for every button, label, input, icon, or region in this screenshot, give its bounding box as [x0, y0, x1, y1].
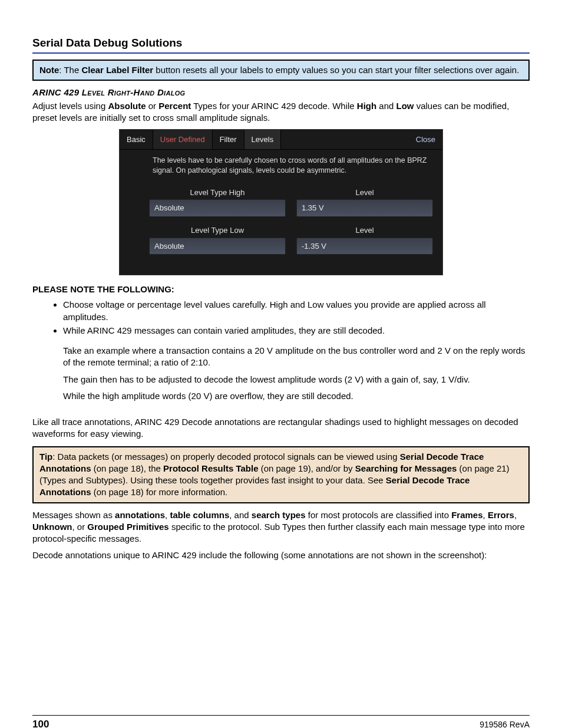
page-number: 100 [32, 718, 49, 728]
p2-text: , [514, 510, 517, 520]
body-paragraph: Decode annotations unique to ARINC 429 i… [32, 549, 530, 561]
p2-text: for most protocols are classified into [306, 510, 452, 520]
tip-text: (on page 18) for more information. [91, 487, 228, 497]
note-text-2: button resets all your labels to empty v… [153, 65, 519, 75]
adjust-bold: Absolute [108, 101, 146, 111]
note-list: Choose voltage or percentage level value… [63, 299, 530, 337]
note-prefix: Note [39, 65, 59, 75]
section-subhead: ARINC 429 Level Right-Hand Dialog [32, 87, 530, 98]
level-type-high-label: Level Type High [149, 187, 286, 198]
levels-dialog: Basic User Defined Filter Levels Close T… [119, 129, 443, 275]
tip-prefix: Tip [39, 452, 52, 462]
dialog-description: The levels have to be carefully chosen t… [149, 156, 433, 176]
note-text-1: : The [59, 65, 81, 75]
high-row: Level Type High Absolute Level 1.35 V [149, 187, 433, 217]
tab-filter[interactable]: Filter [213, 130, 244, 150]
level-type-low-label: Level Type Low [149, 225, 286, 236]
p2-bold: Unknown [32, 522, 72, 532]
tab-levels[interactable]: Levels [244, 130, 282, 150]
p2-bold: search types [252, 510, 306, 520]
list-item: While ARINC 429 messages can contain var… [63, 325, 530, 337]
level-low-input[interactable]: -1.35 V [296, 238, 433, 255]
list-item: Choose voltage or percentage level value… [63, 299, 530, 323]
level-low-label: Level [296, 225, 433, 236]
tip-bold: Searching for Messages [355, 463, 457, 473]
please-note-colon: : [171, 284, 174, 294]
low-row: Level Type Low Absolute Level -1.35 V [149, 225, 433, 255]
adjust-text: or [146, 101, 159, 111]
p2-bold: Frames [451, 510, 482, 520]
adjust-bold: High [357, 101, 376, 111]
note-bold-1: Clear Label Filter [81, 65, 153, 75]
adjust-paragraph: Adjust levels using Absolute or Percent … [32, 100, 530, 124]
close-button[interactable]: Close [409, 130, 442, 150]
adjust-text: Types for your ARINC 429 decode. While [191, 101, 357, 111]
page-footer: 100 919586 RevA [32, 715, 530, 728]
revision-label: 919586 RevA [480, 719, 530, 728]
tab-basic[interactable]: Basic [120, 130, 153, 150]
adjust-text: Adjust levels using [32, 101, 108, 111]
note-subparagraph: While the high amplitude words (20 V) ar… [63, 390, 530, 402]
p2-text: , or [72, 522, 88, 532]
tip-text: (on page 19), and/or by [259, 463, 355, 473]
tip-text: (on page 18), the [91, 463, 164, 473]
tip-box: Tip: Data packets (or messages) on prope… [32, 446, 530, 503]
p2-text: , [483, 510, 488, 520]
adjust-bold: Low [396, 101, 414, 111]
p2-bold: table columns [170, 510, 229, 520]
tip-bold: Protocol Results Table [163, 463, 258, 473]
adjust-bold: Percent [158, 101, 191, 111]
p2-text: Messages shown as [32, 510, 115, 520]
dialog-tabbar: Basic User Defined Filter Levels Close [120, 130, 442, 150]
note-subparagraph: The gain then has to be adjusted to deco… [63, 374, 530, 386]
tab-user-defined[interactable]: User Defined [153, 130, 213, 150]
page-title: Serial Data Debug Solutions [32, 35, 530, 54]
note-subparagraph: Take an example where a transaction cont… [63, 345, 530, 369]
p2-bold: annotations [115, 510, 165, 520]
p2-bold: Errors [488, 510, 514, 520]
level-type-high-input[interactable]: Absolute [149, 199, 286, 217]
p2-bold: Grouped Primitives [87, 522, 168, 532]
tip-text: : Data packets (or messages) on properly… [52, 452, 400, 462]
please-note-bold: PLEASE NOTE THE FOLLOWING [32, 284, 171, 294]
body-paragraph: Like all trace annotations, ARINC 429 De… [32, 416, 530, 440]
level-high-label: Level [296, 187, 433, 198]
dialog-body: The levels have to be carefully chosen t… [120, 150, 442, 275]
please-note-heading: PLEASE NOTE THE FOLLOWING: [32, 284, 530, 295]
note-box: Note: The Clear Label Filter button rese… [32, 60, 530, 81]
level-type-low-input[interactable]: Absolute [149, 238, 286, 255]
level-high-input[interactable]: 1.35 V [296, 199, 433, 217]
body-paragraph: Messages shown as annotations, table col… [32, 509, 530, 545]
adjust-text: and [376, 101, 396, 111]
p2-text: , and [229, 510, 252, 520]
